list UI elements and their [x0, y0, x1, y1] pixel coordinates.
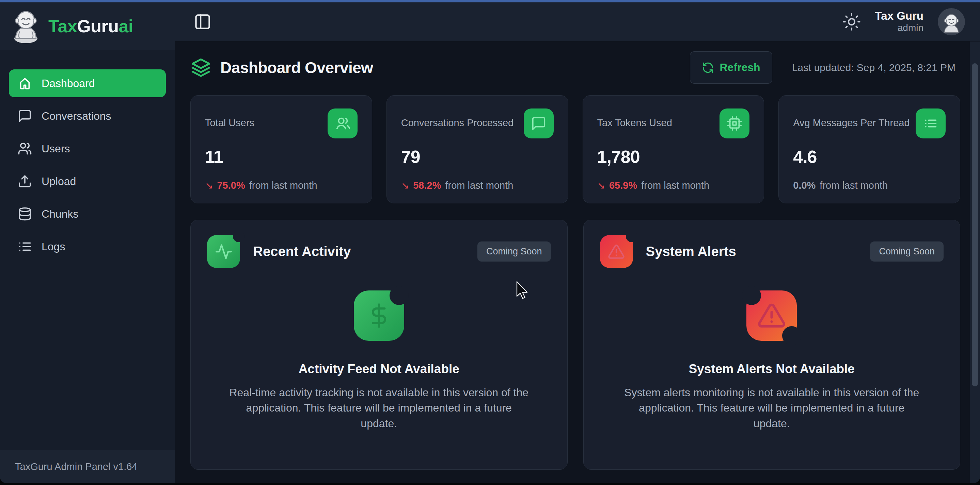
stat-change-suffix: from last month — [445, 180, 513, 191]
empty-state: System Alerts Not Available System alert… — [600, 290, 944, 431]
icon-notch — [742, 286, 761, 305]
sidebar-item-upload[interactable]: Upload — [9, 167, 166, 195]
sidebar-item-logs[interactable]: Logs — [9, 233, 166, 260]
brand-part-tax: Tax — [48, 16, 77, 36]
stat-title: Tax Tokens Used — [597, 117, 672, 128]
alert-triangle-icon — [746, 290, 797, 341]
app-version-text: TaxGuru Admin Panel v1.64 — [15, 461, 137, 472]
stat-change-suffix: from last month — [819, 180, 888, 191]
dollar-icon — [354, 290, 404, 341]
activity-pulse-icon — [207, 235, 240, 268]
sidebar-toggle-button[interactable] — [194, 13, 212, 31]
message-square-icon — [18, 109, 32, 123]
panel-left-icon — [194, 13, 212, 31]
sidebar-item-chunks[interactable]: Chunks — [9, 200, 166, 228]
sidebar-item-label: Conversations — [41, 110, 111, 122]
brand-part-ai: ai — [118, 16, 133, 36]
brand-wordmark: TaxGuruai — [48, 16, 133, 36]
coming-soon-badge: Coming Soon — [870, 241, 943, 262]
panel-title: Recent Activity — [253, 244, 351, 259]
refresh-button[interactable]: Refresh — [690, 51, 772, 84]
sidebar-item-label: Logs — [41, 241, 65, 253]
empty-state-text: Real-time activity tracking is not avail… — [229, 385, 529, 431]
stat-card-total-users: Total Users 11 ↘ 75.0% from last month — [190, 95, 372, 203]
empty-state-title: Activity Feed Not Available — [207, 362, 551, 376]
sidebar-item-label: Users — [41, 143, 70, 155]
alert-triangle-icon — [600, 235, 633, 268]
coming-soon-badge: Coming Soon — [477, 241, 551, 262]
refresh-icon — [702, 62, 714, 74]
panels-row: Recent Activity Coming Soon Activity Fee… — [190, 220, 960, 470]
stat-card-avg-messages: Avg Messages Per Thread 4.6 0.0% from la… — [778, 95, 960, 203]
scrollbar-track[interactable] — [970, 41, 980, 483]
stat-card-conversations: Conversations Processed 79 ↘ 58.2% from … — [387, 95, 568, 203]
list-icon — [18, 239, 32, 254]
stat-value: 79 — [401, 147, 554, 167]
app-frame: TaxGuruai Dashboard Conversations Users — [0, 0, 980, 483]
stat-change: 0.0% from last month — [793, 180, 946, 191]
icon-notch — [782, 326, 801, 345]
database-icon — [18, 207, 32, 221]
recent-activity-panel: Recent Activity Coming Soon Activity Fee… — [190, 220, 568, 470]
panel-title: System Alerts — [646, 244, 736, 259]
stat-change-pct: 65.9% — [609, 180, 637, 191]
sidebar-item-users[interactable]: Users — [9, 135, 166, 163]
sidebar-item-label: Upload — [41, 175, 76, 188]
icon-notch — [233, 231, 245, 242]
sun-icon — [842, 13, 861, 31]
dashboard-content: Dashboard Overview Refresh Last updated:… — [175, 41, 980, 483]
sidebar-nav: Dashboard Conversations Users Upload Chu… — [0, 50, 175, 450]
icon-notch — [626, 231, 638, 242]
stat-change-pct: 0.0% — [793, 180, 816, 191]
stat-title: Conversations Processed — [401, 117, 514, 128]
upload-icon — [18, 174, 32, 189]
topbar: Tax Guru admin — [175, 2, 980, 41]
sidebar-footer: TaxGuru Admin Panel v1.64 — [0, 450, 175, 483]
app-window: TaxGuruai Dashboard Conversations Users — [0, 0, 980, 485]
stat-change-pct: 58.2% — [413, 180, 441, 191]
top-progress-bar — [0, 0, 980, 2]
stats-row: Total Users 11 ↘ 75.0% from last month — [190, 95, 960, 203]
cpu-icon — [719, 108, 749, 138]
user-name: Tax Guru — [875, 10, 923, 22]
stat-value: 11 — [205, 147, 358, 167]
stat-card-tax-tokens: Tax Tokens Used 1,780 ↘ 65.9% from last … — [582, 95, 764, 203]
message-square-icon — [524, 108, 554, 138]
brand: TaxGuruai — [0, 2, 175, 50]
list-icon — [916, 108, 946, 138]
icon-notch — [390, 286, 409, 305]
last-updated-text: Last updated: Sep 4, 2025, 8:21 PM — [792, 62, 956, 73]
theme-toggle-button[interactable] — [842, 13, 861, 31]
page-header: Dashboard Overview Refresh Last updated:… — [190, 51, 960, 84]
user-info: Tax Guru admin — [875, 10, 923, 33]
sidebar: TaxGuruai Dashboard Conversations Users — [0, 2, 175, 483]
stat-value: 4.6 — [793, 147, 946, 167]
sidebar-item-conversations[interactable]: Conversations — [9, 102, 166, 130]
stat-change-suffix: from last month — [641, 180, 709, 191]
stat-change-pct: 75.0% — [217, 180, 245, 191]
empty-state-title: System Alerts Not Available — [600, 362, 944, 376]
home-icon — [18, 76, 32, 90]
sidebar-item-dashboard[interactable]: Dashboard — [9, 70, 166, 97]
stat-title: Avg Messages Per Thread — [793, 117, 910, 128]
refresh-label: Refresh — [719, 61, 760, 74]
buddha-logo-icon — [10, 8, 42, 44]
trend-down-icon: ↘ — [205, 180, 213, 191]
stat-change: ↘ 58.2% from last month — [401, 180, 554, 191]
users-icon — [18, 141, 32, 156]
sidebar-item-label: Chunks — [41, 208, 79, 220]
stat-title: Total Users — [205, 117, 255, 128]
scrollbar-thumb[interactable] — [972, 63, 978, 387]
brand-part-guru: Guru — [77, 16, 118, 36]
sidebar-item-label: Dashboard — [41, 77, 95, 90]
system-alerts-panel: System Alerts Coming Soon System Alerts … — [583, 220, 961, 470]
user-avatar[interactable] — [938, 8, 965, 35]
empty-state: Activity Feed Not Available Real-time ac… — [207, 290, 551, 431]
stat-change: ↘ 75.0% from last month — [205, 180, 358, 191]
layers-icon — [190, 57, 212, 78]
trend-down-icon: ↘ — [401, 180, 409, 191]
stat-change-suffix: from last month — [249, 180, 317, 191]
user-role: admin — [875, 22, 923, 33]
main-column: Tax Guru admin — [175, 2, 980, 483]
stat-value: 1,780 — [597, 147, 750, 167]
